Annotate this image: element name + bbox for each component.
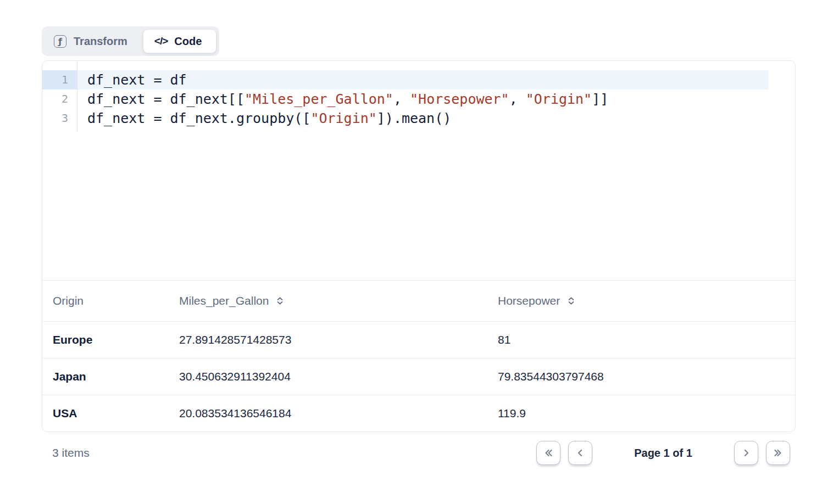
double-chevron-right-icon — [772, 447, 784, 458]
line-number: 2 — [42, 89, 77, 109]
table-footer: 3 items Page 1 of 1 — [42, 440, 796, 466]
code-string: "Horsepower" — [410, 91, 509, 107]
chevron-right-icon — [741, 447, 752, 458]
page-indicator: Page 1 of 1 — [600, 447, 726, 460]
column-header-horsepower[interactable]: Horsepower — [498, 294, 795, 307]
line-number: 3 — [42, 109, 77, 128]
line-number: 1 — [42, 70, 77, 89]
code-line[interactable]: df_next = df_next.groupby(["Origin"]).me… — [77, 109, 769, 128]
cell-origin: USA — [53, 407, 179, 420]
last-page-button[interactable] — [766, 441, 790, 465]
double-chevron-left-icon — [542, 447, 554, 458]
code-plain: , — [393, 91, 410, 107]
cell-horsepower: 81 — [498, 333, 795, 346]
main-panel: 123 df_next = dfdf_next = df_next[["Mile… — [42, 60, 796, 432]
editor-code: df_next = dfdf_next = df_next[["Miles_pe… — [77, 61, 795, 128]
table-body: Europe27.89142857142857381Japan30.450632… — [42, 321, 795, 432]
code-plain: , — [509, 91, 526, 107]
code-string: "Origin" — [310, 110, 376, 126]
table-row: USA20.083534136546184119.9 — [42, 395, 795, 432]
editor-gutter: 123 — [42, 61, 77, 132]
code-plain: df_next = df_next[[ — [87, 91, 245, 107]
code-brackets-icon: </> — [154, 35, 168, 47]
table-row: Japan30.45063291139240479.83544303797468 — [42, 358, 795, 395]
cell-miles_per_gallon: 20.083534136546184 — [179, 407, 498, 420]
sort-icon — [276, 296, 284, 305]
next-page-button[interactable] — [734, 441, 758, 465]
column-label: Origin — [53, 294, 84, 307]
cell-miles_per_gallon: 27.891428571428573 — [179, 333, 498, 346]
code-line[interactable]: df_next = df — [77, 70, 769, 89]
view-tab-bar: ƒ Transform </> Code — [42, 26, 219, 56]
code-editor[interactable]: 123 df_next = dfdf_next = df_next[["Mile… — [42, 61, 795, 280]
cell-origin: Europe — [53, 333, 179, 346]
table-header-row: OriginMiles_per_Gallon Horsepower — [42, 280, 795, 321]
app-window: ƒ Transform </> Code 123 df_next = dfdf_… — [0, 0, 833, 504]
column-header-origin: Origin — [53, 294, 179, 307]
code-line[interactable]: df_next = df_next[["Miles_per_Gallon", "… — [77, 89, 769, 109]
code-plain: ]] — [592, 91, 608, 107]
cell-horsepower: 79.83544303797468 — [498, 370, 795, 383]
pagination: Page 1 of 1 — [536, 441, 796, 465]
code-plain: ]).mean() — [377, 110, 451, 126]
items-count: 3 items — [42, 446, 90, 460]
table-row: Europe27.89142857142857381 — [42, 321, 795, 358]
cell-miles_per_gallon: 30.450632911392404 — [179, 370, 498, 383]
code-plain: df_next = df — [87, 72, 187, 88]
code-string: "Miles_per_Gallon" — [245, 91, 393, 107]
cell-horsepower: 119.9 — [498, 407, 795, 420]
tab-code-label: Code — [174, 35, 202, 48]
prev-page-button[interactable] — [568, 441, 592, 465]
sort-icon — [567, 296, 575, 305]
code-string: "Origin" — [526, 91, 592, 107]
tab-transform[interactable]: ƒ Transform — [45, 29, 142, 53]
column-label: Horsepower — [498, 294, 560, 307]
first-page-button[interactable] — [536, 441, 560, 465]
code-plain: df_next = df_next.groupby([ — [87, 110, 310, 126]
cell-origin: Japan — [53, 370, 179, 383]
tab-code[interactable]: </> Code — [143, 29, 216, 53]
column-header-miles_per_gallon[interactable]: Miles_per_Gallon — [179, 294, 498, 307]
chevron-left-icon — [575, 447, 586, 458]
column-label: Miles_per_Gallon — [179, 294, 269, 307]
function-icon: ƒ — [54, 35, 66, 48]
tab-transform-label: Transform — [74, 35, 127, 48]
